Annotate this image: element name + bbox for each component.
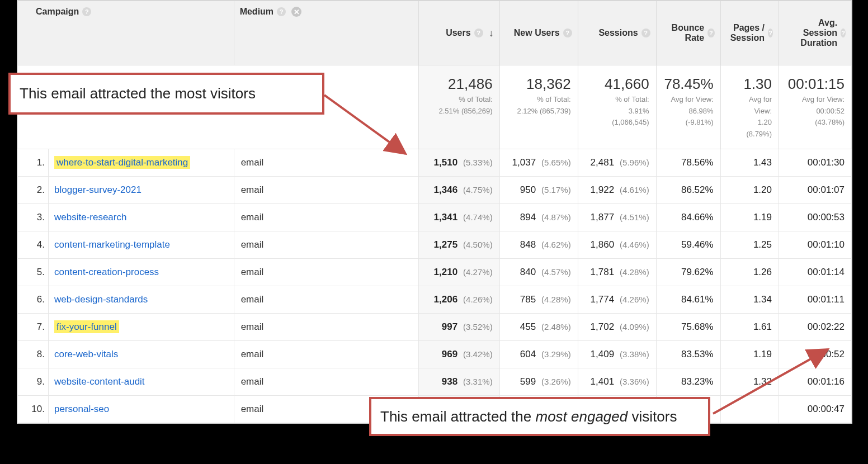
- sessions-cell: 1,774(4.26%): [578, 286, 656, 314]
- row-index: 7.: [18, 314, 49, 341]
- table-row: 1. where-to-start-digital-marketing emai…: [18, 149, 852, 177]
- bounce-cell: 86.52%: [656, 177, 720, 204]
- pages-cell: 1.34: [720, 286, 779, 314]
- close-icon[interactable]: ✕: [291, 7, 301, 17]
- arrow-icon: [324, 92, 414, 159]
- col-header-avg-duration[interactable]: Avg. Session Duration ?: [779, 1, 852, 65]
- bounce-cell: 59.46%: [656, 231, 720, 259]
- sessions-cell: 1,781(4.28%): [578, 259, 656, 286]
- row-index: 5.: [18, 259, 49, 286]
- campaign-link[interactable]: blogger-survey-2021: [54, 184, 141, 195]
- medium-cell: email: [234, 177, 418, 204]
- total-new-users: 18,362 % of Total: 2.12% (865,739): [499, 65, 578, 149]
- campaign-link[interactable]: content-creation-process: [54, 267, 159, 277]
- col-header-medium[interactable]: Medium ? ✕: [234, 1, 418, 65]
- help-icon[interactable]: ?: [641, 29, 650, 37]
- help-icon[interactable]: ?: [768, 29, 773, 37]
- row-index: 1.: [18, 149, 49, 177]
- sessions-cell: 1,409(3.38%): [578, 341, 656, 368]
- new-users-cell: 840(4.57%): [499, 259, 578, 286]
- new-users-cell: 848(4.62%): [499, 231, 578, 259]
- users-cell: 1,206(4.26%): [418, 286, 499, 314]
- help-icon[interactable]: ?: [474, 29, 483, 37]
- medium-cell: email: [234, 259, 418, 286]
- col-header-bounce-rate[interactable]: Bounce Rate ?: [656, 1, 720, 65]
- sessions-cell: 1,401(3.36%): [578, 368, 656, 396]
- sessions-cell: 1,702(4.09%): [578, 314, 656, 341]
- sort-descending-icon[interactable]: ↓: [489, 27, 494, 39]
- svg-line-0: [324, 95, 405, 154]
- users-cell: 1,510(5.33%): [418, 149, 499, 177]
- new-users-cell: 894(4.87%): [499, 204, 578, 231]
- pages-cell: 1.19: [720, 204, 779, 231]
- users-cell: 997(3.52%): [418, 314, 499, 341]
- row-index: 6.: [18, 286, 49, 314]
- duration-cell: 00:02:22: [779, 314, 852, 341]
- sessions-cell: 1,922(4.61%): [578, 177, 656, 204]
- svg-line-1: [713, 349, 828, 414]
- help-icon[interactable]: ?: [277, 7, 286, 16]
- total-avg-duration: 00:01:15 Avg for View: 00:00:52 (43.78%): [779, 65, 852, 149]
- new-users-cell: 785(4.28%): [499, 286, 578, 314]
- table-row: 5. content-creation-process email 1,210(…: [18, 259, 852, 286]
- users-cell: 938(3.31%): [418, 368, 499, 396]
- campaign-link[interactable]: core-web-vitals: [54, 349, 118, 359]
- pages-cell: 1.26: [720, 259, 779, 286]
- total-bounce-rate: 78.45% Avg for View: 86.98% (-9.81%): [656, 65, 720, 149]
- col-header-users[interactable]: Users ? ↓: [418, 1, 499, 65]
- campaign-link[interactable]: content-marketing-template: [54, 239, 170, 250]
- row-index: 3.: [18, 204, 49, 231]
- duration-cell: 00:01:11: [779, 286, 852, 314]
- new-users-cell: 1,037(5.65%): [499, 149, 578, 177]
- pages-cell: 1.61: [720, 314, 779, 341]
- campaign-link[interactable]: personal-seo: [54, 404, 109, 414]
- medium-cell: email: [234, 341, 418, 368]
- bounce-cell: 75.68%: [656, 314, 720, 341]
- duration-cell: 00:01:30: [779, 149, 852, 177]
- help-icon[interactable]: ?: [841, 29, 846, 37]
- col-header-campaign[interactable]: Campaign ?: [18, 1, 234, 65]
- medium-cell: email: [234, 204, 418, 231]
- campaign-link[interactable]: where-to-start-digital-marketing: [54, 156, 190, 169]
- campaign-cell: content-creation-process: [49, 259, 234, 286]
- campaign-cell: website-research: [49, 204, 234, 231]
- campaign-cell: where-to-start-digital-marketing: [49, 149, 234, 177]
- total-users: 21,486 % of Total: 2.51% (856,269): [418, 65, 499, 149]
- sessions-cell: 1,860(4.46%): [578, 231, 656, 259]
- col-header-pages-session[interactable]: Pages / Session ?: [720, 1, 779, 65]
- header-label: Pages / Session: [727, 23, 765, 43]
- campaign-link[interactable]: website-content-audit: [54, 376, 145, 387]
- col-header-sessions[interactable]: Sessions ?: [578, 1, 656, 65]
- total-sessions: 41,660 % of Total: 3.91% (1,066,545): [578, 65, 656, 149]
- campaign-cell: content-marketing-template: [49, 231, 234, 259]
- campaign-link[interactable]: web-design-standards: [54, 294, 148, 305]
- users-cell: 1,210(4.27%): [418, 259, 499, 286]
- new-users-cell: 599(3.26%): [499, 368, 578, 396]
- bounce-cell: 84.61%: [656, 286, 720, 314]
- help-icon[interactable]: ?: [563, 29, 572, 37]
- table-row: 7. fix-your-funnel email 997(3.52%) 455(…: [18, 314, 852, 341]
- total-pages-session: 1.30 Avg for View: 1.20 (8.79%): [720, 65, 779, 149]
- bounce-cell: 79.62%: [656, 259, 720, 286]
- medium-cell: email: [234, 286, 418, 314]
- help-icon[interactable]: ?: [82, 7, 91, 16]
- users-cell: 1,346(4.75%): [418, 177, 499, 204]
- medium-cell: email: [234, 231, 418, 259]
- campaign-link[interactable]: fix-your-funnel: [54, 320, 119, 333]
- pages-cell: 1.25: [720, 231, 779, 259]
- bounce-cell: 84.66%: [656, 204, 720, 231]
- table-row: 3. website-research email 1,341(4.74%) 8…: [18, 204, 852, 231]
- campaign-link[interactable]: website-research: [54, 212, 126, 222]
- sessions-cell: 2,481(5.96%): [578, 149, 656, 177]
- row-index: 8.: [18, 341, 49, 368]
- users-cell: 969(3.42%): [418, 341, 499, 368]
- users-cell: 1,275(4.50%): [418, 231, 499, 259]
- sessions-cell: 1,877(4.51%): [578, 204, 656, 231]
- pages-cell: 1.43: [720, 149, 779, 177]
- users-cell: 1,341(4.74%): [418, 204, 499, 231]
- col-header-new-users[interactable]: New Users ?: [499, 1, 578, 65]
- campaign-cell: website-content-audit: [49, 368, 234, 396]
- row-index: 4.: [18, 231, 49, 259]
- help-icon[interactable]: ?: [707, 29, 714, 37]
- campaign-cell: blogger-survey-2021: [49, 177, 234, 204]
